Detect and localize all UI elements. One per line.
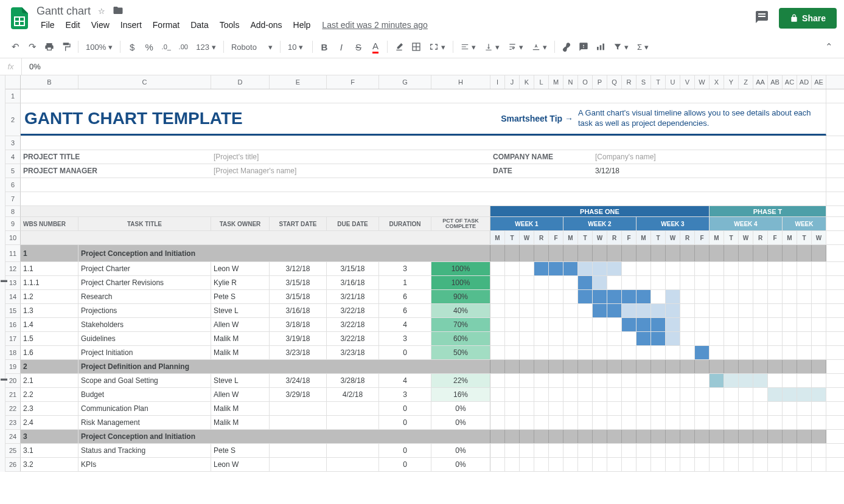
menu-tools[interactable]: Tools: [215, 19, 244, 31]
last-edit-link[interactable]: Last edit was 2 minutes ago: [322, 20, 428, 30]
group-toggle-icon[interactable]: ▬: [1, 375, 7, 382]
text-wrap-icon[interactable]: ▾: [504, 38, 527, 55]
paint-format-icon[interactable]: [58, 38, 74, 55]
link-icon[interactable]: [559, 38, 574, 55]
menu-addons[interactable]: Add-ons: [246, 19, 286, 31]
fx-label: fx: [0, 58, 22, 75]
column-headers[interactable]: BCDEFGHIJKLMNOPQRSTUVWXYZAAABACADAE: [21, 75, 844, 89]
number-format-select[interactable]: 123 ▾: [192, 38, 220, 55]
currency-icon[interactable]: $: [124, 38, 140, 55]
filter-icon[interactable]: ▾: [610, 38, 632, 55]
text-rotation-icon[interactable]: ▾: [528, 38, 551, 55]
menu-format[interactable]: Format: [148, 19, 184, 31]
formula-input[interactable]: 0%: [22, 62, 41, 71]
print-icon[interactable]: [41, 38, 57, 55]
chevron-down-icon: ▾: [108, 43, 113, 52]
document-title[interactable]: Gantt chart: [37, 5, 91, 18]
zoom-select[interactable]: 100% ▾: [82, 38, 116, 55]
bold-icon[interactable]: B: [316, 38, 332, 55]
share-button[interactable]: Share: [779, 8, 837, 29]
star-icon[interactable]: ☆: [98, 7, 105, 16]
increase-decimal-icon[interactable]: .00: [175, 38, 191, 55]
comment-icon[interactable]: [576, 38, 591, 55]
menu-view[interactable]: View: [87, 19, 114, 31]
svg-rect-6: [597, 47, 599, 50]
strikethrough-icon[interactable]: S: [351, 38, 366, 55]
menu-help[interactable]: Help: [289, 19, 315, 31]
functions-icon[interactable]: Σ ▾: [633, 38, 652, 55]
group-gutter[interactable]: ▬ ▬: [0, 75, 5, 472]
merge-cells-icon[interactable]: ▾: [425, 38, 449, 55]
menu-data[interactable]: Data: [186, 19, 213, 31]
redo-icon[interactable]: ↷: [24, 38, 40, 55]
vertical-align-icon[interactable]: ▾: [481, 38, 503, 55]
menu-file[interactable]: File: [37, 19, 59, 31]
menu-bar: File Edit View Insert Format Data Tools …: [37, 19, 755, 31]
menu-insert[interactable]: Insert: [116, 19, 146, 31]
text-color-icon[interactable]: A: [368, 38, 383, 55]
formula-bar: fx 0%: [0, 58, 844, 75]
fontsize-select[interactable]: 10 ▾: [284, 38, 309, 55]
menu-edit[interactable]: Edit: [61, 19, 85, 31]
collapse-toolbar-icon[interactable]: ⌃: [821, 38, 837, 55]
group-toggle-icon[interactable]: ▬: [1, 276, 7, 283]
percent-icon[interactable]: %: [141, 38, 157, 55]
toolbar: ↶ ↷ 100% ▾ $ % .0_ .00 123 ▾ Roboto ▾ 10…: [0, 36, 844, 58]
svg-rect-8: [602, 44, 604, 50]
chart-icon[interactable]: [593, 38, 609, 55]
borders-icon[interactable]: [408, 38, 424, 55]
decrease-decimal-icon[interactable]: .0_: [158, 38, 174, 55]
horizontal-align-icon[interactable]: ▾: [457, 38, 480, 55]
svg-rect-7: [600, 45, 602, 50]
app-header: Gantt chart ☆ File Edit View Insert Form…: [0, 0, 844, 36]
fill-color-icon[interactable]: [391, 38, 407, 55]
italic-icon[interactable]: I: [333, 38, 349, 55]
spreadsheet-grid[interactable]: ▬ ▬ 123456789101112131415161718192021222…: [0, 75, 844, 472]
undo-icon[interactable]: ↶: [7, 38, 23, 55]
font-select[interactable]: Roboto ▾: [228, 38, 276, 55]
share-label: Share: [802, 13, 826, 23]
sheets-logo[interactable]: [7, 6, 32, 30]
row-headers[interactable]: 1234567891011121314151617181920212223242…: [5, 75, 21, 472]
folder-icon[interactable]: [113, 5, 124, 18]
comments-icon[interactable]: [755, 10, 769, 26]
